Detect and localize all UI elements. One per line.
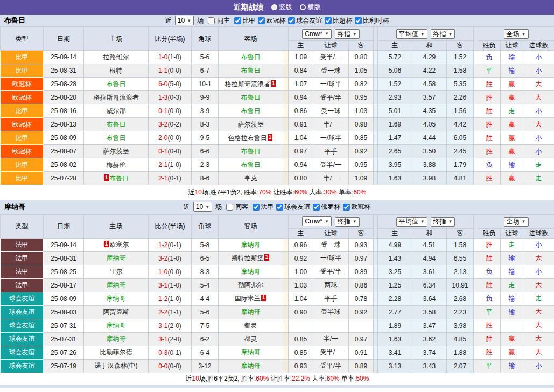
odds-home: 0.86 (289, 104, 313, 118)
team-name: 亨克 (244, 174, 257, 182)
away-team: 都灵 (219, 332, 283, 346)
avg-away: 2.13 (447, 265, 474, 278)
avg-source-select[interactable]: 平均值▼ (396, 29, 427, 39)
scope-select[interactable]: 全场▼ (504, 217, 529, 227)
home-team: 摩纳哥 (84, 332, 149, 346)
spacer (474, 118, 478, 131)
result-handicap: 走 (501, 278, 523, 292)
result-goals: 小 (523, 238, 554, 251)
league-label: 球会友谊 (296, 16, 322, 25)
league-filter: 比甲 (232, 16, 255, 25)
unit-label: 场 (197, 16, 204, 25)
avg-draw: 3.57 (412, 91, 447, 104)
chevron-down-icon: ▼ (187, 18, 191, 23)
league-checkbox[interactable] (355, 17, 362, 24)
halftime-score: (1-0) (168, 161, 181, 169)
league-checkbox[interactable] (253, 204, 260, 211)
spacer (374, 305, 378, 319)
odds-source-select[interactable]: Crow*▼ (302, 29, 332, 39)
league-checkbox[interactable] (313, 204, 320, 211)
layout-radio-horizontal[interactable]: 横版 (300, 3, 321, 12)
league-checkbox[interactable] (258, 17, 265, 24)
table-row: 球会友谊25-07-31摩纳哥3-1(2-0)6-2都灵0.85半/一0.971… (1, 332, 554, 346)
league-checkbox[interactable] (276, 204, 283, 211)
radio-selected-icon[interactable] (271, 4, 277, 10)
odds-source-select[interactable]: Crow*▼ (302, 216, 332, 226)
league-checkbox[interactable] (288, 17, 295, 24)
halftime-score: (1-0) (168, 295, 181, 303)
away-team: 布鲁日 (219, 91, 283, 104)
avg-kind-select[interactable]: 终指▼ (431, 217, 455, 227)
halftime-score: (0-0) (168, 107, 181, 115)
type-badge: 欧冠杯 (1, 145, 44, 158)
col-result-handicap: 让球 (501, 228, 523, 238)
team-name: 里尔 (110, 268, 123, 275)
spacer (474, 346, 478, 359)
chevron-down-icon: ▼ (325, 219, 329, 224)
result-handicap: 赢 (501, 131, 523, 145)
corner-count: 10-1 (192, 78, 219, 91)
score: 3-2(1-0) (149, 251, 192, 265)
spacer (474, 104, 478, 118)
match-date: 25-07-19 (44, 359, 84, 373)
score: 0-1(0-0) (149, 104, 192, 118)
col-result-outcome: 胜负 (478, 41, 501, 51)
same-home-checkbox[interactable] (208, 17, 215, 24)
odds-kind-select[interactable]: 终指▼ (335, 217, 360, 227)
odds-handicap: 受平/半 (313, 265, 349, 278)
odds-handicap: 受平/半 (313, 91, 349, 104)
avg-home: 3.25 (378, 265, 412, 278)
odds-handicap: 受平/半 (313, 359, 349, 373)
avg-home: 5.06 (378, 64, 412, 78)
col-corner: 角球 (192, 27, 219, 51)
odds-kind-select[interactable]: 终指▼ (335, 29, 360, 39)
match-count-select[interactable]: 10▼ (193, 202, 212, 212)
league-checkbox[interactable] (325, 17, 332, 24)
spacer (283, 104, 289, 118)
league-checkbox[interactable] (234, 17, 241, 24)
table-row: 比甲25-08-09布鲁日2-0(0-0)9-5色格拉布鲁日11.04一/球半0… (1, 131, 554, 145)
same-away-checkbox[interactable] (226, 204, 233, 211)
odds-away: 0.95 (349, 158, 374, 172)
summary-part: 60% (353, 188, 366, 196)
league-checkbox[interactable] (343, 204, 350, 211)
home-team: 梅赫伦 (84, 158, 149, 172)
avg-kind-select[interactable]: 终指▼ (431, 29, 455, 39)
spacer (374, 332, 378, 346)
halftime-score: (0-0) (168, 362, 181, 370)
match-count-select[interactable]: 10▼ (175, 16, 194, 25)
away-team: 布鲁日 (219, 64, 283, 78)
team-name: 拉路维尔 (103, 53, 129, 61)
home-team: 拉路维尔 (84, 51, 149, 64)
match-date: 25-08-07 (44, 145, 84, 158)
chevron-down-icon: ▼ (522, 32, 526, 37)
team-name: 布鲁日 (241, 107, 261, 115)
score: 1-2(1-0) (149, 292, 192, 305)
spacer (474, 91, 478, 104)
avg-home: 1.52 (378, 78, 412, 91)
table-row: 法甲25-08-25里尔1-0(0-0)8-3摩纳哥1.00受平/半0.893.… (1, 265, 554, 278)
odds-away: 0.82 (349, 78, 374, 91)
result-handicap: 输 (501, 305, 523, 319)
col-date: 日期 (44, 27, 84, 51)
team-name: 布鲁日 (241, 67, 261, 74)
away-team: 摩纳哥 (219, 238, 283, 251)
odds-handicap: 平手 (313, 292, 349, 305)
halftime-score: (0-3) (168, 94, 181, 101)
spacer (374, 238, 378, 251)
avg-home: 5.01 (378, 104, 412, 118)
avg-away: 4.42 (447, 118, 474, 131)
match-date: 25-09-14 (44, 238, 84, 251)
away-team: 斯特拉斯堡1 (219, 251, 283, 265)
scope-select[interactable]: 全场▼ (504, 29, 529, 39)
avg-group-header: 平均值▼终指▼ (378, 27, 474, 41)
same-home-label: 同主 (217, 16, 230, 25)
avg-away: 4.81 (447, 172, 474, 185)
summary-part: 近 (188, 188, 195, 196)
team-name: 布鲁日 (107, 121, 126, 128)
radio-unselected-icon[interactable] (300, 4, 306, 10)
avg-source-select[interactable]: 平均值▼ (396, 217, 427, 227)
home-team: 比勒菲尔德 (84, 346, 149, 359)
layout-radio-vertical[interactable]: 竖版 (271, 3, 292, 12)
match-date: 25-08-09 (44, 131, 84, 145)
